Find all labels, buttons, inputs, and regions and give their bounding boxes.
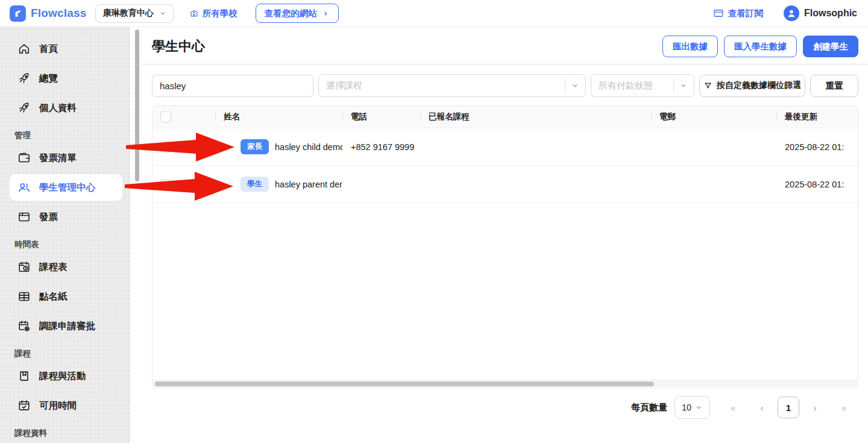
all-schools-label: 所有學校	[203, 8, 237, 19]
sidebar-item-label: 發票清單	[39, 152, 77, 165]
chevron-down-icon	[694, 403, 703, 412]
student-row[interactable]: 家長 hasley child demo +852 9167 9999 2025…	[153, 128, 858, 166]
view-website-label: 查看您的網站	[265, 8, 317, 19]
custom-field-filter-label: 按自定義數據欄位篩選	[717, 80, 801, 91]
sidebar-item-label: 總覽	[39, 72, 58, 85]
student-row[interactable]: 學生 hasley parent demo 2025-08-22 01:	[153, 166, 858, 203]
course-select[interactable]: 選擇課程	[318, 74, 586, 97]
calendar-check-icon	[17, 399, 31, 412]
import-students-button[interactable]: 匯入學生數據	[724, 36, 797, 57]
student-name: hasley parent demo	[275, 180, 342, 189]
current-page-button[interactable]: 1	[778, 397, 799, 418]
payment-status-select[interactable]: 所有付款狀態	[591, 74, 694, 97]
first-page-button[interactable]: «	[719, 403, 747, 413]
select-divider	[673, 79, 674, 92]
row-checkbox[interactable]	[160, 179, 171, 190]
reset-button[interactable]: 重置	[810, 75, 858, 97]
browser-window-icon	[17, 210, 31, 224]
select-all-checkbox[interactable]	[160, 112, 171, 122]
sidebar-item-label: 學生管理中心	[39, 181, 95, 194]
sidebar-section-course-data: 課程資料	[14, 428, 130, 439]
table-header-row: 姓名 電話 已報名課程 電郵 最後更新	[153, 106, 858, 128]
sidebar-item-courses-activities[interactable]: 課程與活動	[10, 363, 122, 389]
calendar-clock-icon	[17, 260, 31, 274]
pagination: 每頁數量 10 « ‹ 1 › »	[152, 396, 858, 419]
chevron-right-icon	[322, 10, 330, 17]
column-header-name: 姓名	[215, 112, 342, 122]
all-schools-link[interactable]: 所有學校	[189, 8, 237, 19]
sidebar-item-label: 個人資料	[39, 102, 77, 115]
sidebar-item-label: 課程表	[39, 261, 68, 274]
funnel-icon	[703, 81, 712, 90]
sidebar-item-label: 點名紙	[39, 291, 68, 303]
school-selector-value: 康琳教育中心	[103, 8, 154, 19]
student-last-updated: 2025-08-22 01:	[776, 142, 858, 152]
credit-card-icon	[713, 8, 724, 19]
sidebar-item-student-center[interactable]: 學生管理中心	[10, 174, 122, 201]
row-checkbox[interactable]	[160, 142, 171, 152]
sidebar-item-label: 首頁	[39, 43, 58, 55]
rocket-icon	[17, 101, 31, 115]
create-student-button[interactable]: 創建學生	[803, 36, 858, 57]
school-selector-dropdown[interactable]: 康琳教育中心	[95, 4, 174, 23]
rocket-icon	[17, 72, 31, 85]
user-avatar-icon	[784, 5, 799, 21]
sidebar-section-timetable: 時間表	[14, 239, 130, 250]
sidebar-item-attendance-sheet[interactable]: 點名紙	[10, 283, 122, 310]
sidebar-item-label: 可用時間	[39, 400, 77, 412]
sidebar-section-courses: 課程	[14, 348, 130, 359]
page-title: 學生中心	[152, 37, 205, 55]
column-header-last-updated: 最後更新	[776, 112, 858, 122]
sidebar-item-label: 調課申請審批	[39, 320, 95, 333]
brand-name: Flowclass	[31, 7, 87, 20]
sidebar-item-class-schedule[interactable]: 課程表	[10, 254, 122, 280]
home-icon	[17, 42, 31, 55]
select-divider	[565, 79, 565, 92]
user-menu[interactable]: Flowsophic	[784, 5, 857, 21]
sidebar-item-invoice-list[interactable]: 發票清單	[10, 145, 122, 171]
view-subscription-link[interactable]: 查看訂閱	[713, 8, 763, 19]
drag-handle-icon[interactable]	[190, 180, 200, 189]
next-page-button[interactable]: ›	[800, 403, 829, 413]
students-table: 姓名 電話 已報名課程 電郵 最後更新 家長 hasley child demo…	[152, 105, 858, 388]
sidebar-item-home[interactable]: 首頁	[10, 36, 122, 62]
chevron-down-icon	[571, 81, 579, 90]
role-badge-student: 學生	[241, 177, 269, 192]
sidebar-item-invoices[interactable]: 發票	[10, 204, 122, 230]
top-header: Flowclass 康琳教育中心 所有學校 查看您的網站 查看訂閱 Flowso…	[0, 0, 868, 27]
student-phone: +852 9167 9999	[342, 142, 420, 152]
users-icon	[17, 181, 31, 194]
per-page-value: 10	[682, 403, 691, 412]
table-grid-icon	[17, 290, 31, 303]
title-divider	[142, 64, 868, 64]
view-website-button[interactable]: 查看您的網站	[256, 4, 339, 23]
last-page-button[interactable]: »	[829, 403, 858, 413]
sidebar-item-label: 課程與活動	[39, 370, 86, 383]
calendar-play-icon	[17, 319, 31, 333]
chevron-down-icon	[159, 9, 167, 17]
sidebar: 首頁 總覽 個人資料 管理 發票清單 學生管理中心 發票 時間表 課程表	[0, 27, 142, 443]
per-page-select[interactable]: 10	[675, 396, 710, 419]
sidebar-item-availability[interactable]: 可用時間	[10, 392, 122, 419]
sidebar-item-profile[interactable]: 個人資料	[10, 95, 122, 121]
custom-field-filter-button[interactable]: 按自定義數據欄位篩選	[699, 75, 805, 97]
drag-handle-icon[interactable]	[190, 143, 200, 151]
column-header-email: 電郵	[651, 112, 776, 122]
main-content: 學生中心 匯出數據 匯入學生數據 創建學生 選擇課程 所有付款狀態 按自定義數據…	[142, 27, 868, 443]
role-badge-parent: 家長	[241, 139, 269, 154]
student-name: hasley child demo	[275, 142, 342, 152]
horizontal-scrollbar-track[interactable]	[153, 380, 857, 387]
course-select-placeholder: 選擇課程	[326, 80, 565, 92]
wallet-icon	[17, 151, 31, 165]
search-input[interactable]	[152, 75, 313, 97]
sidebar-item-reschedule-approval[interactable]: 調課申請審批	[10, 313, 122, 339]
prev-page-button[interactable]: ‹	[747, 403, 776, 413]
sidebar-nav: 首頁 總覽 個人資料 管理 發票清單 學生管理中心 發票 時間表 課程表	[0, 27, 130, 443]
view-subscription-label: 查看訂閱	[728, 8, 763, 19]
sidebar-item-overview[interactable]: 總覽	[10, 65, 122, 92]
sidebar-scrollbar[interactable]	[135, 30, 139, 181]
per-page-label: 每頁數量	[631, 402, 667, 413]
horizontal-scrollbar-thumb[interactable]	[155, 382, 654, 386]
chevron-down-icon	[679, 81, 688, 90]
export-data-button[interactable]: 匯出數據	[662, 36, 718, 57]
